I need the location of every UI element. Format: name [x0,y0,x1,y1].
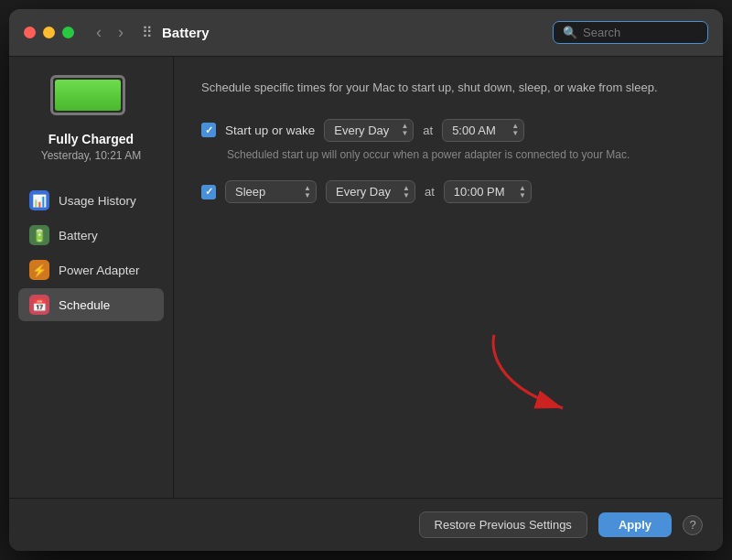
battery-body [50,75,125,115]
arrow-area [201,209,695,476]
sleep-time-select[interactable]: 10:00 PM 9:00 PM 11:00 PM [444,180,532,203]
sidebar-nav: 📊 Usage History 🔋 Battery ⚡ Power Adapte… [9,184,173,321]
sleep-checkbox[interactable] [201,185,216,199]
titlebar: ‹ › ⠿ Battery 🔍 [9,9,723,57]
sidebar-item-battery[interactable]: 🔋 Battery [18,219,164,252]
search-icon: 🔍 [563,26,577,39]
sidebar-item-label-battery: Battery [59,229,98,242]
apply-button[interactable]: Apply [598,512,672,537]
app-window: ‹ › ⠿ Battery 🔍 Fully Charged Yesterday,… [9,9,723,551]
sidebar-item-label-power-adapter: Power Adapter [59,264,140,277]
sleep-type-select[interactable]: Sleep Shut Down Restart [225,180,317,203]
power-adapter-icon: ⚡ [29,260,49,280]
close-button[interactable] [24,27,36,38]
bottom-bar: Restore Previous Settings Apply ? [9,498,723,551]
battery-tip [124,87,125,103]
search-input[interactable] [583,26,693,39]
sleep-frequency-wrapper: Every Day Weekdays Weekends ▲▼ [326,180,415,203]
sidebar-item-power-adapter[interactable]: ⚡ Power Adapter [18,253,164,286]
schedule-row-sleep: Sleep Shut Down Restart ▲▼ Every Day Wee… [201,180,695,203]
content-area: Schedule specific times for your Mac to … [174,57,723,498]
usage-history-icon: 📊 [29,190,49,210]
startup-frequency-select[interactable]: Every Day Weekdays Weekends [324,119,414,142]
battery-status-time: Yesterday, 10:21 AM [41,149,141,162]
battery-status-label: Fully Charged [48,132,134,146]
startup-time-wrapper: 5:00 AM 6:00 AM 7:00 AM ▲▼ [442,119,524,142]
sleep-time-wrapper: 10:00 PM 9:00 PM 11:00 PM ▲▼ [444,180,532,203]
grid-icon: ⠿ [142,24,153,41]
sidebar: Fully Charged Yesterday, 10:21 AM 📊 Usag… [9,57,174,498]
sidebar-item-schedule[interactable]: 📅 Schedule [18,288,164,321]
help-button[interactable]: ? [683,515,703,535]
startup-frequency-wrapper: Every Day Weekdays Weekends ▲▼ [324,119,414,142]
red-arrow [476,326,586,421]
schedule-row-startup: Start up or wake Every Day Weekdays Week… [201,119,695,142]
sidebar-item-usage-history[interactable]: 📊 Usage History [18,184,164,217]
description-text: Schedule specific times for your Mac to … [201,79,677,97]
sleep-frequency-select[interactable]: Every Day Weekdays Weekends [326,180,415,203]
sleep-type-wrapper: Sleep Shut Down Restart ▲▼ [225,180,317,203]
minimize-button[interactable] [43,27,55,38]
sidebar-item-label-usage-history: Usage History [59,194,136,208]
battery-icon-container [50,75,133,121]
battery-icon: 🔋 [29,225,49,245]
nav-buttons: ‹ › [91,21,129,44]
forward-button[interactable]: › [113,21,129,44]
sleep-at-label: at [425,185,435,199]
startup-at-label: at [423,124,433,137]
startup-checkbox[interactable] [201,123,216,137]
battery-fill [55,80,121,111]
startup-time-select[interactable]: 5:00 AM 6:00 AM 7:00 AM [442,119,524,142]
back-button[interactable]: ‹ [91,21,107,44]
startup-note: Scheduled start up will only occur when … [227,147,666,163]
traffic-lights [24,27,74,38]
sidebar-item-label-schedule: Schedule [59,298,110,312]
maximize-button[interactable] [62,27,74,38]
restore-button[interactable]: Restore Previous Settings [419,512,587,538]
schedule-icon: 📅 [29,295,49,315]
main-layout: Fully Charged Yesterday, 10:21 AM 📊 Usag… [9,57,723,498]
window-title: Battery [162,25,210,40]
search-bar: 🔍 [553,21,708,44]
startup-label: Start up or wake [225,124,315,137]
